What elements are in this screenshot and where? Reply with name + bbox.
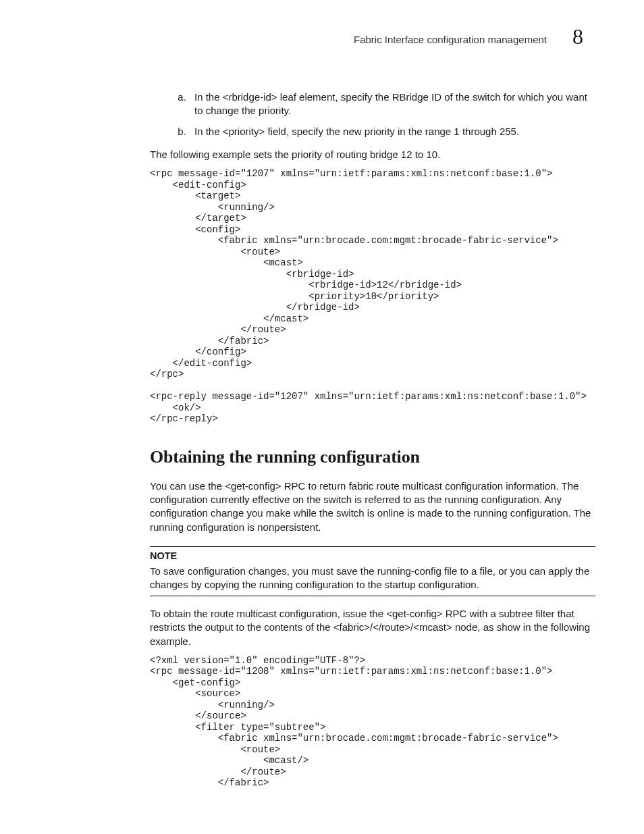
code-block-rpc-getconfig: <?xml version="1.0" encoding="UTF-8"?> <… bbox=[150, 655, 595, 789]
steps-followup: The following example sets the priority … bbox=[150, 148, 595, 161]
header-title: Fabric Interface configuration managemen… bbox=[354, 34, 547, 45]
page-header: Fabric Interface configuration managemen… bbox=[150, 32, 595, 70]
code-block-rpc-edit: <rpc message-id="1207" xmlns="urn:ietf:p… bbox=[150, 168, 595, 425]
section-paragraph-1: You can use the <get-config> RPC to retu… bbox=[150, 479, 595, 534]
note-text: To save configuration changes, you must … bbox=[150, 565, 589, 590]
note-label: NOTE bbox=[150, 550, 595, 563]
note-box: NOTE To save configuration changes, you … bbox=[150, 546, 595, 596]
page-content: Fabric Interface configuration managemen… bbox=[150, 32, 595, 804]
chapter-number: 8 bbox=[572, 24, 583, 49]
step-a: In the <rbridge-id> leaf element, specif… bbox=[189, 90, 595, 118]
section-paragraph-2: To obtain the route multicast configurat… bbox=[150, 607, 595, 648]
main-content: In the <rbridge-id> leaf element, specif… bbox=[150, 90, 595, 789]
step-b: In the <priority> field, specify the new… bbox=[189, 125, 595, 138]
step-list: In the <rbridge-id> leaf element, specif… bbox=[150, 90, 595, 138]
section-heading: Obtaining the running configuration bbox=[150, 445, 595, 469]
